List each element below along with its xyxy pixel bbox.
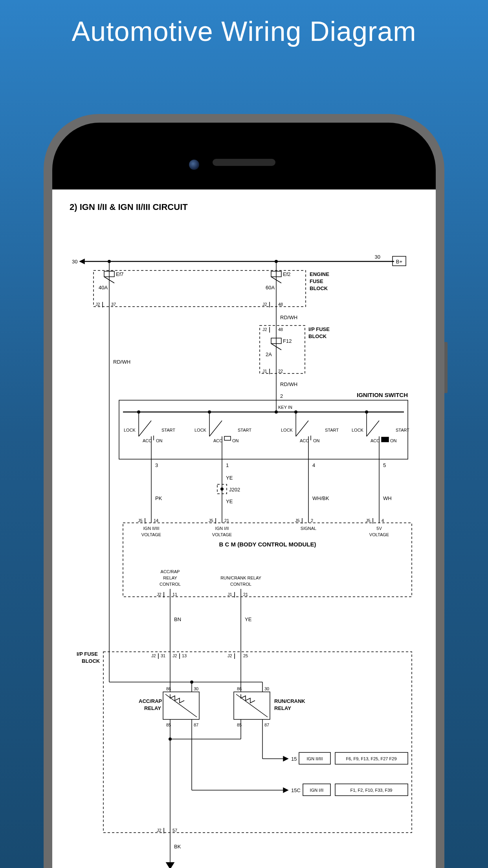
r1-86: 86: [166, 686, 171, 691]
page-title: Automotive Wiring Diagram: [0, 0, 488, 59]
rail-left-label: 30: [72, 259, 77, 265]
ign-switch-title: IGNITION SWITCH: [357, 392, 408, 398]
bcm-in3-l: SIGNAL: [301, 526, 316, 531]
bcm-in3-pin: 2: [311, 518, 313, 523]
svg-text:LOCK: LOCK: [194, 428, 207, 432]
speaker-icon: [213, 159, 275, 166]
ign-pin2: 2: [280, 393, 283, 399]
svg-marker-102: [283, 756, 288, 761]
phone-frame: 2) IGN I/II & IGN II/III CIRCUIT 30 30 B…: [44, 114, 444, 868]
bcm-in4-conn: J5: [366, 518, 371, 523]
svg-line-37: [209, 421, 222, 436]
wire-bn: BN: [174, 616, 181, 622]
bcm-out2-l1: RUN/CRANK RELAY: [220, 576, 261, 580]
r1-name2: RELAY: [144, 705, 161, 711]
bcm-in2-pin: 21: [224, 518, 229, 523]
wire-bk: BK: [174, 844, 181, 850]
svg-text:ACC: ACC: [300, 438, 309, 443]
bus2-fuses: F1, F2, F10, F33, F39: [350, 788, 393, 793]
bus2-tag: IGN I/II: [310, 788, 324, 793]
ef2-name: Ef2: [283, 271, 291, 277]
ipfuse-l-l1: I/P FUSE: [77, 651, 98, 657]
bcm-out2-pin: 21: [243, 592, 248, 597]
r2-name1: RUN/CRANK: [274, 698, 305, 704]
bcm-in4-pin: 4: [382, 518, 384, 523]
ef2-rating: 60A: [266, 285, 275, 291]
wire-wh: WH: [383, 495, 392, 501]
ign-seg-4: LOCK ACC ON START: [352, 410, 409, 459]
ipfuse-u-inconn: J2: [262, 327, 267, 332]
ipfuse-u-outpin: 22: [278, 369, 283, 373]
engine-fuse-l3: BLOCK: [310, 285, 328, 291]
svg-point-5: [108, 260, 111, 263]
app-screen[interactable]: 2) IGN I/II & IGN II/III CIRCUIT 30 30 B…: [52, 189, 436, 868]
ef2-pin: 48: [278, 302, 283, 307]
svg-point-99: [169, 737, 172, 741]
bcm-out2-conn: J1: [227, 592, 232, 597]
ipl-in-ign-conn: J2: [151, 653, 156, 658]
ground-conn: J2: [157, 828, 161, 833]
engine-fuse-l1: ENGINE: [310, 271, 329, 277]
svg-text:START: START: [238, 428, 251, 432]
svg-text:START: START: [161, 428, 175, 432]
ipl-in-acc-pin: 13: [182, 653, 187, 658]
svg-marker-1: [80, 259, 84, 264]
ef2-conn: J2: [262, 302, 267, 307]
bcm-in4-l2: VOLTAGE: [369, 532, 389, 537]
r1-30: 30: [194, 686, 198, 691]
f12-name: F12: [283, 338, 292, 344]
ipfuse-u-l1: I/P FUSE: [308, 326, 330, 332]
svg-point-26: [275, 410, 278, 414]
wire-ye3: YE: [245, 616, 252, 622]
ipl-in-rc-pin: 25: [243, 653, 248, 658]
ef7-pin: 37: [111, 302, 116, 307]
ef7-rating: 40A: [99, 285, 108, 291]
ipfuse-u-outconn: J1: [262, 369, 267, 373]
bcm-in2-l2: VOLTAGE: [212, 532, 232, 537]
svg-text:ACC: ACC: [371, 438, 380, 443]
wire-whbk: WH/BK: [312, 495, 329, 501]
ipl-in-rc-conn: J2: [227, 653, 232, 658]
bcm-j202: J202: [229, 487, 240, 493]
r2-30: 30: [264, 686, 269, 691]
svg-text:START: START: [396, 428, 409, 432]
bcm-out1-l3: CONTROL: [160, 582, 181, 587]
svg-text:ON: ON: [313, 438, 320, 443]
ground-pin: 57: [172, 828, 177, 833]
ign-seg-2: LOCK ACC ON START: [194, 410, 251, 459]
r1-name1: ACC/RAP: [139, 698, 162, 704]
phone-side-button: [444, 342, 448, 393]
wire-rdwh-mid: RD/WH: [280, 314, 297, 320]
ipl-in-acc-conn: J2: [172, 653, 177, 658]
svg-text:LOCK: LOCK: [281, 428, 293, 432]
svg-text:LOCK: LOCK: [352, 428, 364, 432]
r2-86: 86: [237, 686, 242, 691]
svg-point-30: [137, 410, 140, 414]
svg-line-28: [139, 421, 151, 436]
svg-line-46: [296, 421, 308, 436]
svg-marker-107: [283, 788, 288, 793]
bcm-out1-l2: RELAY: [163, 576, 177, 580]
ipl-in-ign-pin: 31: [161, 653, 165, 658]
wiring-diagram[interactable]: 30 30 B+ ENGINE FUSE BLOCK Ef7 40A J2 37: [52, 189, 436, 868]
wire-ye1: YE: [226, 475, 233, 481]
ef7-name: Ef7: [116, 271, 124, 277]
wire-rdwh-bot: RD/WH: [280, 381, 297, 387]
bus2-num: 15C: [291, 787, 301, 793]
bcm-out1-l1: ACC/RAP: [161, 569, 180, 574]
svg-point-48: [294, 410, 297, 414]
ef7-conn: J2: [95, 302, 100, 307]
bus1-tag: IGN II/III: [307, 756, 323, 761]
svg-point-66: [220, 487, 224, 491]
svg-text:START: START: [325, 428, 339, 432]
svg-rect-16: [260, 326, 305, 373]
svg-text:ON: ON: [156, 438, 163, 443]
bcm-in1-l2: VOLTAGE: [141, 532, 161, 537]
svg-point-39: [208, 410, 211, 414]
svg-marker-112: [166, 862, 174, 868]
svg-line-55: [367, 421, 379, 436]
phone-bezel: 2) IGN I/II & IGN II/III CIRCUIT 30 30 B…: [52, 123, 436, 868]
svg-text:ACC: ACC: [213, 438, 222, 443]
f12-rating: 2A: [266, 351, 272, 357]
ign-out1: 1: [226, 462, 229, 468]
